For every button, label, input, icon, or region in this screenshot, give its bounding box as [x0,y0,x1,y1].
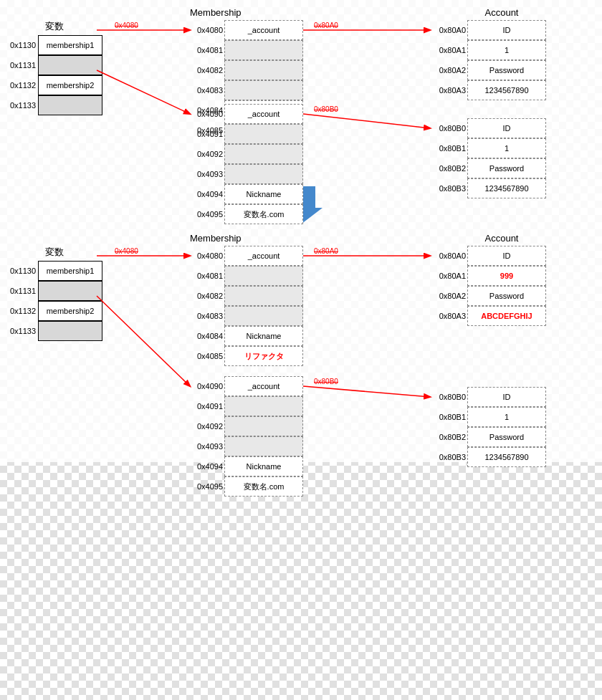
acc1-cell-0: ID [467,20,546,40]
acc2t-row-3: 0x80B3 1234567890 [430,178,546,198]
top-acc-block1: 0x80A0 ID 0x80A1 1 0x80A2 Password 0x80A… [430,20,546,100]
acc2t-addr-3: 0x80B3 [430,184,466,193]
bot-var-rows: 0x1130 membership1 0x1131 0x1132 members… [6,261,102,341]
bot-mem-block1: 0x4080 _account 0x4081 0x4082 0x4083 0x4… [190,246,303,366]
mem1-cell-1 [224,40,303,60]
acc1-cell-1: 1 [467,40,546,60]
mem2-row-3: 0x4093 [190,164,303,184]
mem2-cell-3 [224,164,303,184]
svg-line-13 [303,386,430,397]
mem2-addr-4: 0x4094 [190,190,223,198]
acc2t-row-1: 0x80B1 1 [430,138,546,158]
mem2-addr-0: 0x4090 [190,110,223,118]
bvar-row-1: 0x1131 [6,281,102,301]
mem1-addr-1: 0x4081 [190,46,223,54]
mem1-row-0: 0x4080 _account [190,20,303,40]
mem2-row-2: 0x4092 [190,144,303,164]
mem2-row-4: 0x4094 Nickname [190,184,303,204]
acc2t-cell-2: Password [467,158,546,178]
acc2t-cell-0: ID [467,118,546,138]
bot-acc-block2: 0x80B0 ID 0x80B1 1 0x80B2 Password 0x80B… [430,387,546,467]
mem2-row-5: 0x4095 変数名.com [190,204,303,224]
top-mem-block2: 0x4090 _account 0x4091 0x4092 0x4093 0x4… [190,104,303,224]
acc1-row-1: 0x80A1 1 [430,40,546,60]
acc2t-cell-3: 1234567890 [467,178,546,198]
acc1-addr-0: 0x80A0 [430,26,466,34]
acc1-addr-3: 0x80A3 [430,86,466,95]
acc2t-addr-2: 0x80B2 [430,164,466,173]
bot-acc-block1: 0x80A0 ID 0x80A1 999 0x80A2 Password 0x8… [430,246,546,326]
top-mem-title: Membership [190,7,242,18]
svg-text:0x80A0: 0x80A0 [314,247,338,255]
mem1-addr-0: 0x4080 [190,26,223,34]
bot-var-col: 変数 0x1130 membership1 0x1131 0x1132 memb… [6,246,102,341]
top-var-title: 変数 [6,20,102,33]
mem2-cell-0: _account [224,104,303,124]
var-row-0: 0x1130 membership1 [6,35,102,55]
mem1-row-2: 0x4082 [190,60,303,80]
var-cell-0: membership1 [38,35,102,55]
bot-mem-block2: 0x4090 _account 0x4091 0x4092 0x4093 0x4… [190,376,303,497]
top-var-col: 変数 0x1130 membership1 0x1131 0x1132 memb… [6,20,102,115]
svg-line-10 [97,296,190,386]
svg-text:0x80A0: 0x80A0 [314,21,338,29]
bot-mem-title: Membership [190,233,242,244]
var-addr-2: 0x1132 [6,81,36,90]
acc1-addr-1: 0x80A1 [430,46,466,54]
mem2-cell-1 [224,124,303,144]
mem1-addr-2: 0x4082 [190,66,223,75]
mem1-addr-3: 0x4083 [190,86,223,95]
mem1-cell-2 [224,60,303,80]
mem2-cell-4: Nickname [224,184,303,204]
top-section-1: 変数 0x1130 membership1 0x1131 0x1132 memb… [0,7,602,179]
svg-line-5 [303,114,430,128]
acc2t-row-0: 0x80B0 ID [430,118,546,138]
svg-text:0x4080: 0x4080 [115,247,138,255]
var-row-3: 0x1133 [6,95,102,115]
acc2t-cell-1: 1 [467,138,546,158]
mem2-row-0: 0x4090 _account [190,104,303,124]
mem2-addr-3: 0x4093 [190,170,223,178]
mem2-addr-1: 0x4091 [190,130,223,138]
acc1-addr-2: 0x80A2 [430,66,466,75]
mem1-cell-0: _account [224,20,303,40]
acc1-cell-2: Password [467,60,546,80]
bvar-row-0: 0x1130 membership1 [6,261,102,281]
bvar-row-2: 0x1132 membership2 [6,301,102,321]
mem2-cell-2 [224,144,303,164]
bot-acc1-cell-999: 999 [467,266,546,286]
acc1-cell-3: 1234567890 [467,80,546,100]
mem1-row-3: 0x4083 [190,80,303,100]
var-cell-2: membership2 [38,75,102,95]
bot-acc1-cell-abcde: ABCDEFGHIJ [467,306,546,326]
svg-text:0x80B0: 0x80B0 [314,378,338,385]
var-addr-3: 0x1133 [6,101,36,110]
mem1-row-1: 0x4081 [190,40,303,60]
acc1-row-2: 0x80A2 Password [430,60,546,80]
svg-line-2 [97,70,190,114]
bot-mem1-cell-refactor: リファクタ [224,346,303,366]
mem1-cell-3 [224,80,303,100]
var-addr-0: 0x1130 [6,41,36,49]
top-acc-title: Account [430,7,573,18]
diagram-wrapper: 変数 0x1130 membership1 0x1131 0x1132 memb… [0,0,602,462]
bot-acc-title: Account [430,233,573,244]
mem2-row-1: 0x4091 [190,124,303,144]
mem2-addr-2: 0x4092 [190,150,223,158]
var-cell-3 [38,95,102,115]
mem2-addr-5: 0x4095 [190,210,223,219]
mem2-cell-5: 変数名.com [224,204,303,224]
svg-text:0x4080: 0x4080 [115,21,138,29]
acc1-row-0: 0x80A0 ID [430,20,546,40]
top-acc-block2: 0x80B0 ID 0x80B1 1 0x80B2 Password 0x80B… [430,118,546,198]
bvar-row-3: 0x1133 [6,321,102,341]
svg-text:0x80B0: 0x80B0 [314,105,338,113]
var-cell-1 [38,55,102,75]
var-row-2: 0x1132 membership2 [6,75,102,95]
var-addr-1: 0x1131 [6,61,36,69]
acc2t-row-2: 0x80B2 Password [430,158,546,178]
bottom-section: 変数 0x1130 membership1 0x1131 0x1132 memb… [0,233,602,462]
acc2t-addr-0: 0x80B0 [430,124,466,133]
top-var-rows: 0x1130 membership1 0x1131 0x1132 members… [6,35,102,115]
acc2t-addr-1: 0x80B1 [430,144,466,153]
